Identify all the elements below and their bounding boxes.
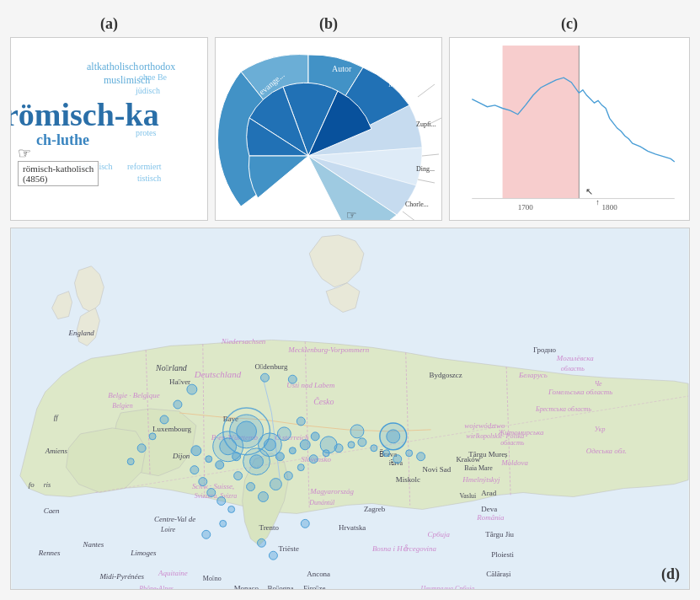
map-box[interactable]: England ff Caen Rennes Amiens fo ris Nan… bbox=[10, 228, 690, 590]
wordcloud-inner: römisch-ka altkatholisch orthodox muslim… bbox=[11, 38, 207, 220]
radial-box[interactable]: evange... Autor Musik... Zupfi... Ding..… bbox=[215, 37, 442, 221]
panel-d: England ff Caen Rennes Amiens fo ris Nan… bbox=[10, 228, 690, 590]
svg-text:↑: ↑ bbox=[596, 198, 600, 206]
svg-text:Чe: Чe bbox=[595, 380, 602, 388]
svg-point-155 bbox=[160, 415, 168, 424]
svg-text:Deva: Deva bbox=[481, 505, 497, 513]
svg-point-148 bbox=[207, 489, 216, 497]
svg-point-143 bbox=[393, 455, 402, 463]
word-tistisch: tistisch bbox=[137, 174, 161, 183]
map-svg: England ff Caen Rennes Amiens fo ris Nan… bbox=[11, 228, 689, 589]
svg-text:Haͤver: Haͤver bbox=[169, 378, 190, 386]
svg-text:Magyarország: Magyarország bbox=[309, 487, 354, 496]
svg-text:Moͤno: Moͤno bbox=[203, 575, 222, 582]
svg-point-133 bbox=[270, 479, 281, 490]
svg-text:Беларусь: Беларусь bbox=[518, 371, 548, 379]
svg-point-152 bbox=[260, 373, 269, 382]
panel-a-label: (a) bbox=[100, 15, 118, 33]
svg-point-146 bbox=[190, 466, 199, 474]
svg-text:Midi-Pyrénées: Midi-Pyrénées bbox=[99, 572, 144, 581]
svg-text:Централна Србија: Централна Србија bbox=[420, 585, 475, 589]
svg-rect-20 bbox=[503, 46, 580, 199]
svg-text:Moldova: Moldova bbox=[500, 458, 528, 467]
svg-text:Târgu Mureș: Târgu Mureș bbox=[468, 450, 508, 458]
svg-text:Firoͤze: Firoͤze bbox=[303, 584, 325, 589]
panel-a: (a) römisch-ka altkatholisch orthodox mu… bbox=[10, 10, 208, 221]
panel-d-label: (d) bbox=[661, 565, 680, 583]
svg-point-127 bbox=[311, 432, 319, 441]
svg-text:România: România bbox=[476, 513, 505, 522]
svg-text:Dijon: Dijon bbox=[172, 452, 190, 460]
svg-point-163 bbox=[220, 520, 227, 527]
svg-text:Србија: Србија bbox=[428, 530, 451, 538]
svg-text:Hmelnýtskyj: Hmelnýtskyj bbox=[462, 475, 500, 484]
svg-text:Autor: Autor bbox=[332, 64, 352, 73]
svg-text:Baia Mare: Baia Mare bbox=[464, 464, 493, 472]
svg-point-162 bbox=[301, 519, 309, 528]
svg-text:Novi Sad: Novi Sad bbox=[423, 465, 452, 474]
svg-point-149 bbox=[217, 497, 226, 506]
svg-text:Musik...: Musik... bbox=[388, 80, 414, 88]
radial-svg: evange... Autor Musik... Zupfi... Ding..… bbox=[216, 38, 442, 221]
svg-point-130 bbox=[234, 472, 243, 480]
svg-text:Hrvatska: Hrvatska bbox=[339, 523, 366, 532]
svg-text:Bydgoszcz: Bydgoszcz bbox=[430, 371, 462, 379]
linechart-svg: 1700 1800 ↖ ↑ bbox=[450, 38, 689, 220]
svg-text:Trento: Trento bbox=[259, 523, 280, 532]
svg-text:Ploiesti: Ploiesti bbox=[491, 550, 514, 559]
svg-text:Mecklenburg-Vorpommern: Mecklenburg-Vorpommern bbox=[287, 346, 369, 354]
svg-text:Niedersachsen: Niedersachsen bbox=[221, 337, 266, 346]
svg-text:Dunántúl: Dunántúl bbox=[308, 499, 335, 506]
panel-c: (c) 1700 1800 ↖ ↑ bbox=[449, 10, 690, 221]
svg-point-159 bbox=[202, 530, 211, 538]
word-altkatholisch: altkatholisch bbox=[87, 62, 138, 72]
word-juedisch: jüdisch bbox=[136, 87, 160, 95]
svg-text:Belgien: Belgien bbox=[112, 402, 132, 410]
word-ohne-be: ohne Be bbox=[139, 73, 167, 82]
linechart-box[interactable]: 1700 1800 ↖ ↑ bbox=[449, 37, 690, 221]
svg-text:☞: ☞ bbox=[346, 209, 357, 221]
svg-text:Loire: Loire bbox=[160, 526, 175, 533]
svg-point-142 bbox=[383, 450, 390, 457]
svg-text:Miskolc: Miskolc bbox=[396, 475, 420, 484]
svg-point-126 bbox=[300, 440, 310, 450]
svg-text:Triëste: Triëste bbox=[278, 544, 299, 553]
svg-text:Rhône-Alpes: Rhône-Alpes bbox=[138, 585, 174, 589]
svg-point-135 bbox=[297, 464, 304, 471]
svg-text:Česko: Česko bbox=[313, 397, 334, 406]
svg-point-121 bbox=[206, 456, 212, 463]
panel-b-label: (b) bbox=[319, 15, 338, 33]
svg-point-156 bbox=[149, 433, 156, 440]
svg-point-120 bbox=[191, 446, 201, 456]
svg-text:Zupfi...: Zupfi... bbox=[416, 121, 436, 128]
word-protes: protes bbox=[136, 129, 156, 137]
svg-text:1700: 1700 bbox=[518, 203, 534, 212]
svg-point-140 bbox=[358, 438, 366, 447]
svg-point-144 bbox=[406, 450, 413, 457]
word-ch-luthe: ch-luthe bbox=[36, 132, 89, 147]
svg-text:Amiens: Amiens bbox=[45, 447, 68, 455]
svg-text:Ding...: Ding... bbox=[416, 165, 435, 173]
svg-point-123 bbox=[232, 453, 241, 461]
svg-text:Rennes: Rennes bbox=[38, 549, 61, 557]
svg-text:Deutschland: Deutschland bbox=[194, 369, 242, 379]
wordcloud-box[interactable]: römisch-ka altkatholisch orthodox muslim… bbox=[10, 37, 208, 221]
svg-point-141 bbox=[371, 445, 377, 452]
svg-text:область: область bbox=[500, 439, 524, 447]
svg-point-134 bbox=[284, 472, 292, 480]
svg-point-124 bbox=[275, 453, 284, 461]
svg-text:Aquitaine: Aquitaine bbox=[158, 569, 188, 577]
svg-text:↖: ↖ bbox=[585, 186, 593, 196]
svg-text:Monaco: Monaco bbox=[234, 584, 259, 589]
svg-text:Arad: Arad bbox=[481, 489, 496, 497]
svg-text:Брестська область: Брестська область bbox=[535, 405, 591, 413]
svg-text:England: England bbox=[68, 329, 95, 337]
svg-point-115 bbox=[220, 438, 237, 455]
svg-text:Одеська обл.: Одеська обл. bbox=[586, 447, 627, 455]
svg-text:Caen: Caen bbox=[44, 506, 60, 515]
word-roemisch: römisch-ka bbox=[10, 99, 159, 131]
svg-point-167 bbox=[387, 430, 400, 443]
svg-point-147 bbox=[199, 478, 207, 486]
panel-b: (b) evange... Autor Musik... Zupfi bbox=[215, 10, 442, 221]
svg-text:Укр: Укр bbox=[595, 426, 606, 433]
